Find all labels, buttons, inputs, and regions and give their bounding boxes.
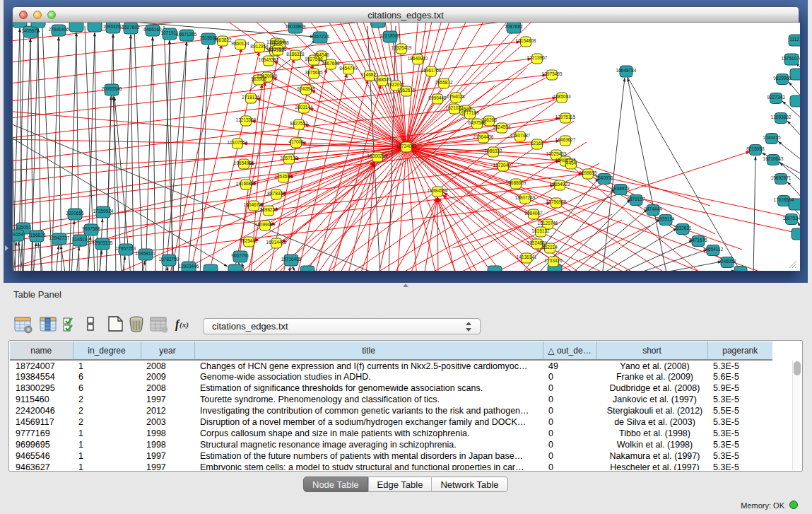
svg-text:12923446: 12923446 [179,264,199,269]
svg-text:14099489: 14099489 [255,222,276,227]
svg-text:11121: 11121 [789,37,800,42]
svg-text:10025433: 10025433 [546,151,567,156]
svg-text:8427552: 8427552 [290,121,308,126]
svg-text:19166827: 19166827 [236,181,257,186]
svg-text:1362615: 1362615 [397,88,416,93]
svg-text:19654985: 19654985 [234,160,254,165]
svg-text:9699695: 9699695 [579,170,597,175]
svg-text:16120746: 16120746 [538,221,558,226]
svg-text:16154808: 16154808 [516,38,536,43]
svg-text:10953267: 10953267 [103,24,124,29]
svg-text:16914479: 16914479 [266,240,287,245]
svg-text:16033809: 16033809 [286,24,306,29]
svg-text:3498222: 3498222 [259,207,278,212]
svg-text:9097588: 9097588 [82,226,100,231]
svg-text:39154: 39154 [13,232,23,237]
svg-text:12218586: 12218586 [380,33,401,38]
svg-text:5322037: 5322037 [387,82,405,87]
svg-text:6794028: 6794028 [447,94,465,99]
svg-text:3267130: 3267130 [280,156,298,160]
svg-text:19463627: 19463627 [555,137,576,142]
svg-text:8813054: 8813054 [369,23,387,23]
svg-text:2867608: 2867608 [322,61,340,66]
svg-text:10973493: 10973493 [542,71,563,76]
svg-text:6497568: 6497568 [468,120,486,125]
svg-text:27691406: 27691406 [49,27,69,32]
svg-text:7986322: 7986322 [484,148,502,153]
svg-text:18724007: 18724007 [396,144,417,148]
svg-text:16782759: 16782759 [159,257,180,262]
svg-text:14136141: 14136141 [517,255,537,259]
svg-text:9777169: 9777169 [461,110,479,115]
svg-text:9527508: 9527508 [305,57,323,62]
svg-text:18807249: 18807249 [515,195,536,200]
svg-text:3875685: 3875685 [305,70,323,75]
svg-text:19654923: 19654923 [550,182,570,187]
svg-text:16648784: 16648784 [616,68,637,73]
svg-text:10756928: 10756928 [546,199,567,204]
svg-text:17957253: 17957253 [116,246,136,251]
svg-text:335051: 335051 [16,225,31,230]
svg-text:12975115: 12975115 [555,115,576,119]
svg-text:20053346: 20053346 [102,86,122,91]
svg-text:9084067: 9084067 [524,211,543,216]
svg-text:19384554: 19384554 [428,188,448,193]
svg-text:3527505: 3527505 [269,47,287,52]
svg-text:8938923: 8938923 [611,186,630,191]
svg-text:8215958: 8215958 [746,146,765,151]
svg-text:9657791: 9657791 [231,253,249,258]
svg-text:3624554: 3624554 [493,124,511,129]
svg-text:15716485: 15716485 [281,257,302,262]
svg-text:2803144: 2803144 [295,105,313,110]
svg-text:7663822: 7663822 [213,37,232,42]
svg-text:1353594: 1353594 [274,174,293,179]
svg-text:1167534: 1167534 [783,216,800,221]
svg-text:1733426: 1733426 [544,258,563,263]
svg-text:15720407: 15720407 [493,163,514,168]
svg-text:6879197: 6879197 [627,197,645,201]
svg-text:12503135: 12503135 [93,240,113,245]
svg-text:4454: 4454 [566,160,577,165]
svg-text:1527602: 1527602 [122,25,140,30]
svg-text:15692971: 15692971 [771,175,792,180]
svg-text:114519: 114519 [72,237,88,242]
svg-text:12213369: 12213369 [236,117,257,122]
svg-text:10958107: 10958107 [136,251,156,256]
svg-text:1405571: 1405571 [21,28,40,33]
svg-text:7357224: 7357224 [311,34,329,39]
svg-text:10807487: 10807487 [510,133,531,138]
svg-text:12093832: 12093832 [771,115,792,119]
svg-text:9474444: 9474444 [644,206,662,211]
svg-text:18300295: 18300295 [367,153,388,158]
svg-text:9245052: 9245052 [718,259,736,264]
svg-text:(x): (x) [180,320,189,329]
svg-text:16210643: 16210643 [763,156,784,161]
svg-text:417004: 417004 [288,139,304,144]
svg-text:9242848: 9242848 [297,86,315,91]
svg-text:2718126: 2718126 [242,95,260,100]
svg-text:15751074: 15751074 [782,56,800,61]
svg-text:10107554: 10107554 [228,140,248,145]
svg-text:1640935: 1640935 [595,175,613,180]
svg-text:3226058: 3226058 [271,40,289,45]
svg-text:2935114: 2935114 [657,216,675,221]
svg-text:8186328: 8186328 [286,52,305,57]
svg-text:9146821: 9146821 [360,72,379,77]
svg-text:16671355: 16671355 [177,32,197,37]
svg-text:9329966: 9329966 [773,76,792,81]
svg-text:18640910: 18640910 [408,56,428,61]
svg-text:13325419: 13325419 [392,45,412,50]
svg-text:1615132: 1615132 [531,228,550,233]
svg-text:17359924: 17359924 [93,209,114,214]
svg-text:2020655: 2020655 [66,211,84,216]
svg-text:62160: 62160 [531,141,543,146]
svg-text:7632621: 7632621 [673,226,692,230]
svg-text:10688609: 10688609 [506,180,526,185]
svg-text:10654112: 10654112 [703,247,724,252]
svg-text:6466160: 6466160 [143,27,162,32]
svg-text:8454749: 8454749 [339,66,358,71]
svg-text:17016504: 17016504 [774,197,794,202]
svg-text:16046738: 16046738 [244,202,264,207]
svg-text:963968: 963968 [251,76,266,81]
svg-text:1156829: 1156829 [28,233,46,238]
